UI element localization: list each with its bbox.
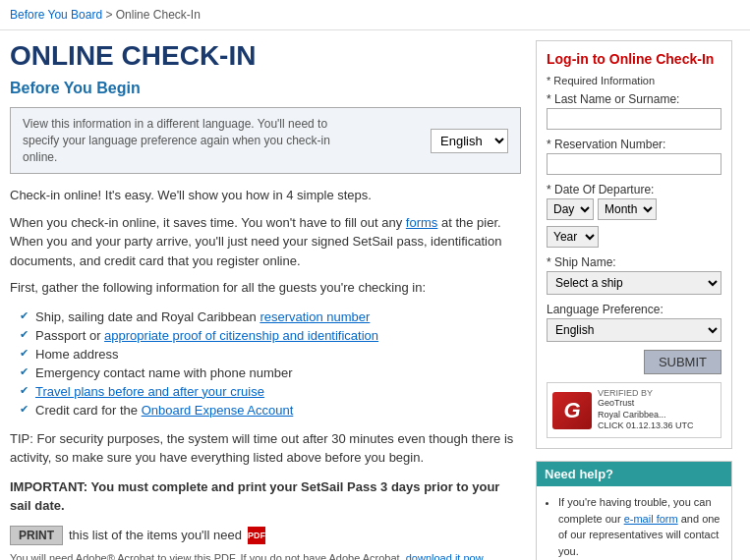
checklist-item: Home address <box>20 345 521 364</box>
help-item-1: If you're having trouble, you can comple… <box>558 494 723 559</box>
checklist-item: Ship, sailing date and Royal Caribbean r… <box>20 308 521 326</box>
checklist-item: Emergency contact name with phone number <box>20 364 521 382</box>
print-suffix: this list of the items you'll need <box>69 528 242 542</box>
ship-select[interactable]: Select a ship Adventure of the Seas Allu… <box>547 271 721 295</box>
geotrust-sub: Royal Caribbea... <box>598 410 694 421</box>
adobe-notice: You will need Adobe® Acrobat to view thi… <box>10 551 521 560</box>
checklist-item: Travel plans before and after your cruis… <box>20 382 521 401</box>
citizenship-link[interactable]: appropriate proof of citizenship and ide… <box>104 328 378 343</box>
forms-link[interactable]: forms <box>406 215 438 230</box>
month-select[interactable]: Month JanFebMarApr MayJunJulAug SepOctNo… <box>598 198 657 220</box>
pdf-icon: PDF <box>248 527 265 544</box>
checklist-item: Credit card for the Onboard Expense Acco… <box>20 401 521 420</box>
language-select[interactable]: English Spanish French German <box>431 129 508 153</box>
language-notice-box: View this information in a different lan… <box>10 107 521 174</box>
geotrust-g: G <box>563 398 580 423</box>
year-select[interactable]: Year 2023202420252026 <box>547 226 599 248</box>
print-button[interactable]: PRINT <box>10 526 63 545</box>
language-notice-text: View this information in a different lan… <box>23 116 337 165</box>
travel-plans-link[interactable]: Travel plans before and after your cruis… <box>35 384 264 399</box>
page-title: ONLINE CHECK-IN <box>10 40 521 72</box>
login-box: Log-in to Online Check-In * Required Inf… <box>536 40 732 449</box>
breadcrumb: Before You Board > Online Check-In <box>0 0 750 30</box>
important-text: IMPORTANT: You must complete and print y… <box>10 477 521 516</box>
main-content: ONLINE CHECK-IN Before You Begin View th… <box>10 40 521 560</box>
expense-account-link[interactable]: Onboard Expense Account <box>142 403 294 418</box>
adobe-text: You will need Adobe® Acrobat to view thi… <box>10 552 406 560</box>
intro-paragraph: Check-in online! It's easy. We'll show y… <box>10 186 521 205</box>
date-row: Day 12345 678910 1112131415 1617181920 2… <box>547 198 721 220</box>
day-select[interactable]: Day 12345 678910 1112131415 1617181920 2… <box>547 198 594 220</box>
help-box: Need help? If you're having trouble, you… <box>536 461 732 560</box>
geotrust-click: CLICK 01.12.13.36 UTC <box>598 420 694 432</box>
departure-label: * Date Of Departure: <box>547 183 721 196</box>
lang-pref-select[interactable]: English Spanish French German Portuguese… <box>547 318 721 342</box>
section-title: Before You Begin <box>10 80 521 97</box>
geotrust-name: GeoTrust <box>598 398 694 410</box>
intro-text: Check-in online! It's easy. We'll show y… <box>10 186 521 298</box>
verified-text: VERIFIED BY <box>598 388 694 398</box>
adobe-download-link[interactable]: download it now. <box>406 552 486 560</box>
geotrust-text-block: VERIFIED BY GeoTrust Royal Caribbea... C… <box>598 388 694 432</box>
submit-row: SUBMIT <box>547 350 721 382</box>
email-form-link[interactable]: e-mail form <box>624 513 678 525</box>
breadcrumb-current: Online Check-In <box>116 8 201 22</box>
breadcrumb-separator: > <box>105 8 115 22</box>
geotrust-box: G VERIFIED BY GeoTrust Royal Caribbea...… <box>547 382 721 438</box>
sidebar: Log-in to Online Check-In * Required Inf… <box>536 40 732 560</box>
year-row: Year 2023202420252026 <box>547 226 721 248</box>
help-title: Need help? <box>537 462 731 486</box>
checklist: Ship, sailing date and Royal Caribbean r… <box>20 308 521 420</box>
breadcrumb-parent[interactable]: Before You Board <box>10 8 102 22</box>
para1: When you check-in online, it saves time.… <box>10 213 521 271</box>
reservation-label: * Reservation Number: <box>547 138 721 151</box>
tip-text: TIP: For security purposes, the system w… <box>10 429 521 468</box>
help-content: If you're having trouble, you can comple… <box>537 486 731 560</box>
checklist-item: Passport or appropriate proof of citizen… <box>20 326 521 345</box>
submit-button[interactable]: SUBMIT <box>644 350 721 374</box>
ship-label: * Ship Name: <box>547 255 721 269</box>
login-title: Log-in to Online Check-In <box>547 51 721 67</box>
lang-pref-label: Language Preference: <box>547 303 721 316</box>
last-name-label: * Last Name or Surname: <box>547 92 721 106</box>
geotrust-logo: G <box>552 392 592 429</box>
required-info: * Required Information <box>547 75 721 86</box>
last-name-input[interactable] <box>547 108 721 130</box>
reservation-input[interactable] <box>547 153 721 175</box>
reservation-number-link[interactable]: reservation number <box>260 309 370 324</box>
print-row: PRINT this list of the items you'll need… <box>10 526 521 545</box>
para2: First, gather the following information … <box>10 278 521 298</box>
